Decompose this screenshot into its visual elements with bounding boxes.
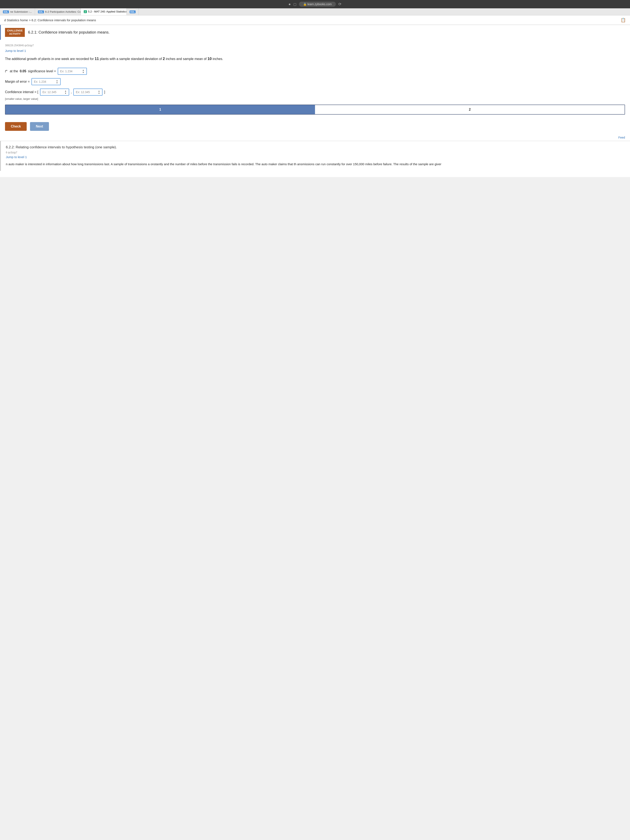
tab-badge-1: D2L [3, 10, 9, 13]
at-the-label: at the [10, 69, 18, 73]
t-star-label: t* [5, 69, 7, 73]
conf-upper-spinner[interactable]: ▲▼ [98, 90, 100, 95]
notes-icon[interactable]: 📋 [621, 17, 626, 22]
tab-participation[interactable]: D2L 6-2 Participation Activities: Con... [35, 8, 81, 15]
progress-bar: 1 2 [5, 104, 625, 115]
conf-close-bracket: ] [104, 90, 105, 94]
significance-label: significance level = [28, 69, 56, 73]
margin-of-error-row: Margin of error = Ex: 1.234 ▲▼ [0, 76, 630, 87]
address-bar[interactable]: 🔒 learn.zybooks.com [299, 2, 336, 7]
check-button[interactable]: Check [5, 122, 27, 131]
next-section-title: 6.2.2: Relating confidence intervals to … [6, 145, 625, 149]
margin-spinner[interactable]: ▲▼ [56, 79, 58, 84]
problem-text: The additional growth of plants in one w… [0, 56, 630, 66]
browser-icon: ● [289, 2, 291, 6]
breadcrumb: d Statistics home > 6.2: Confidence inte… [4, 18, 96, 22]
progress-segment-1: 1 [5, 105, 315, 114]
tab-badge-3: Z [84, 10, 87, 13]
breadcrumb-bar: d Statistics home > 6.2: Confidence inte… [0, 16, 630, 25]
tab-badge-2: D2L [38, 10, 44, 13]
conf-lower-spinner[interactable]: ▲▼ [65, 90, 67, 95]
next-button[interactable]: Next [30, 122, 49, 131]
activity-id: 389226.2543846.qx3zqy7 [0, 44, 630, 47]
next-section-id: 6 qx3zqy7 [6, 151, 625, 154]
progress-segment-2: 2 [315, 105, 625, 114]
tab-d2l[interactable]: D2L [127, 8, 139, 15]
tab-zybooks[interactable]: Z 5.2 - MAT 240: Applied Statistics [81, 8, 127, 15]
next-section-jump-link[interactable]: Jump to level 1 [6, 155, 625, 159]
feedback-link[interactable]: Feed [0, 134, 630, 141]
action-buttons: Check Next [0, 119, 630, 134]
conf-upper-input[interactable]: Ex: 12.345 ▲▼ [73, 88, 103, 96]
browser-icon2: ▢ [293, 2, 297, 6]
challenge-title: 6.2.1: Confidence intervals for populati… [28, 28, 110, 37]
conf-lower-input[interactable]: Ex: 12.345 ▲▼ [40, 88, 69, 96]
tab-submission[interactable]: D2L ne Submission -... [0, 8, 35, 15]
lock-icon: 🔒 [303, 3, 307, 6]
conf-hint: [smaller value, larger value] [0, 97, 630, 100]
confidence-interval-row: Confidence interval = [ Ex: 12.345 ▲▼ , … [0, 87, 630, 97]
next-section-text: n auto maker is interested in informatio… [6, 162, 625, 167]
t-star-spinner[interactable]: ▲▼ [82, 69, 84, 74]
challenge-badge: CHALLENGE ACTIVITY [5, 28, 25, 37]
t-star-input[interactable]: Ex: 1.234 ▲▼ [58, 68, 87, 75]
margin-input[interactable]: Ex: 1.234 ▲▼ [32, 78, 61, 85]
reload-icon: ⟳ [338, 2, 341, 6]
next-section: 6.2.2: Relating confidence intervals to … [0, 141, 630, 171]
browser-chrome: ● ▢ 🔒 learn.zybooks.com ⟳ [0, 0, 630, 8]
margin-label: Margin of error = [5, 80, 30, 84]
jump-to-level-link[interactable]: Jump to level 1 [0, 48, 630, 56]
significance-value: 0.05 [20, 69, 26, 73]
conf-separator: , [71, 90, 72, 94]
tab-bar: D2L ne Submission -... D2L 6-2 Participa… [0, 8, 630, 16]
main-content: CHALLENGE ACTIVITY 6.2.1: Confidence int… [0, 25, 630, 177]
progress-section: 1 2 [5, 104, 625, 115]
t-star-row: t* at the 0.05 significance level = Ex: … [0, 66, 630, 76]
tab-badge-4: D2L [129, 10, 136, 13]
conf-label: Confidence interval = [ [5, 90, 38, 94]
challenge-header: CHALLENGE ACTIVITY 6.2.1: Confidence int… [0, 25, 630, 40]
